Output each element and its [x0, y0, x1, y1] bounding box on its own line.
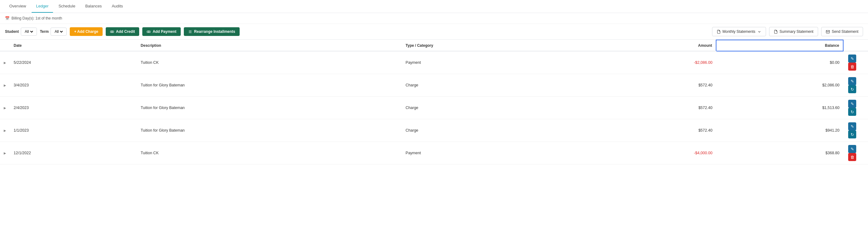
- delete-button[interactable]: 🗑: [848, 63, 856, 71]
- col-description: Description: [137, 40, 346, 51]
- revert-button[interactable]: ↻: [848, 108, 856, 116]
- monthly-statements-button[interactable]: Monthly Statements: [712, 27, 766, 36]
- row-date: 12/1/2022: [10, 142, 137, 164]
- edit-button[interactable]: ✎: [848, 100, 856, 108]
- col-expand: [0, 40, 10, 51]
- table-row: ▶2/4/2023Tuition for Glory BatemanCharge…: [0, 97, 868, 119]
- term-label: Term: [40, 29, 49, 34]
- row-amount: $572.40: [583, 119, 716, 142]
- edit-button[interactable]: ✎: [848, 55, 856, 63]
- term-select[interactable]: All: [51, 28, 67, 36]
- add-payment-button[interactable]: Add Payment: [142, 27, 181, 36]
- edit-button[interactable]: ✎: [848, 77, 856, 85]
- row-actions: ✎↻: [843, 119, 868, 142]
- row-type: Charge: [402, 74, 582, 97]
- expand-arrow[interactable]: ▶: [4, 129, 6, 132]
- row-date: 2/4/2023: [10, 97, 137, 119]
- row-actions: ✎↻: [843, 74, 868, 97]
- student-select-input[interactable]: All: [24, 29, 34, 34]
- col-balance: Balance: [716, 40, 843, 51]
- row-balance: $0.00: [716, 51, 843, 74]
- row-balance: $1,513.60: [716, 97, 843, 119]
- expand-cell[interactable]: ▶: [0, 74, 10, 97]
- student-filter-group: Student All: [5, 28, 37, 36]
- edit-button[interactable]: ✎: [848, 145, 856, 153]
- summary-doc-icon: [774, 30, 778, 34]
- table-row: ▶12/1/2022Tuition CKPayment-$4,000.00$36…: [0, 142, 868, 164]
- billing-day-text: Billing Day(s): 1st of the month: [11, 16, 62, 21]
- tab-audits[interactable]: Audits: [107, 0, 127, 13]
- expand-cell[interactable]: ▶: [0, 142, 10, 164]
- add-payment-label: Add Payment: [153, 29, 176, 34]
- table-row: ▶3/4/2023Tuition for Glory BatemanCharge…: [0, 74, 868, 97]
- billing-info: 📅 Billing Day(s): 1st of the month: [0, 13, 868, 24]
- row-description: Tuition for Glory Bateman: [137, 97, 402, 119]
- table-row: ▶5/22/2024Tuition CKPayment-$2,086.00$0.…: [0, 51, 868, 74]
- row-amount: -$4,000.00: [583, 142, 716, 164]
- row-description: Tuition for Glory Bateman: [137, 74, 402, 97]
- add-credit-label: Add Credit: [116, 29, 135, 34]
- tab-overview[interactable]: Overview: [5, 0, 30, 13]
- row-date: 3/4/2023: [10, 74, 137, 97]
- col-date: Date: [10, 40, 137, 51]
- row-description: Tuition CK: [137, 142, 402, 164]
- tab-bar: Overview Ledger Schedule Balances Audits: [0, 0, 868, 13]
- add-charge-button[interactable]: + Add Charge: [70, 27, 103, 36]
- summary-statement-label: Summary Statement: [780, 29, 813, 34]
- row-type: Payment: [402, 142, 582, 164]
- svg-point-0: [111, 31, 113, 32]
- col-type: Type / Category: [402, 40, 582, 51]
- toolbar: Student All Term All + Add Charge Add Cr…: [0, 24, 868, 40]
- expand-arrow[interactable]: ▶: [4, 151, 6, 155]
- send-statement-button[interactable]: Send Statement: [821, 27, 863, 36]
- delete-button[interactable]: 🗑: [848, 153, 856, 161]
- add-payment-icon: [147, 30, 151, 34]
- expand-arrow[interactable]: ▶: [4, 83, 6, 87]
- row-actions: ✎🗑: [843, 51, 868, 74]
- svg-point-2: [148, 31, 149, 32]
- row-type: Charge: [402, 97, 582, 119]
- row-amount: $572.40: [583, 97, 716, 119]
- row-type: Payment: [402, 51, 582, 74]
- row-balance: $368.80: [716, 142, 843, 164]
- row-description: Tuition CK: [137, 51, 402, 74]
- row-description: Tuition for Glory Bateman: [137, 119, 402, 142]
- student-label: Student: [5, 29, 19, 34]
- col-spacer: [346, 40, 402, 51]
- col-amount: Amount: [583, 40, 716, 51]
- row-actions: ✎🗑: [843, 142, 868, 164]
- add-credit-button[interactable]: Add Credit: [106, 27, 139, 36]
- monthly-statements-label: Monthly Statements: [723, 29, 755, 34]
- expand-arrow[interactable]: ▶: [4, 61, 6, 64]
- mail-icon: [826, 30, 830, 34]
- document-icon: [717, 30, 721, 34]
- row-balance: $2,086.00: [716, 74, 843, 97]
- expand-cell[interactable]: ▶: [0, 119, 10, 142]
- student-select[interactable]: All: [21, 28, 37, 36]
- calendar-icon: 📅: [5, 16, 10, 21]
- term-select-input[interactable]: All: [53, 29, 64, 34]
- tab-balances[interactable]: Balances: [81, 0, 106, 13]
- row-amount: -$2,086.00: [583, 51, 716, 74]
- rearrange-installments-button[interactable]: Rearrange Installments: [184, 27, 240, 36]
- row-balance: $941.20: [716, 119, 843, 142]
- row-date: 1/1/2023: [10, 119, 137, 142]
- term-filter-group: Term All: [40, 28, 67, 36]
- rearrange-label: Rearrange Installments: [194, 29, 235, 34]
- expand-cell[interactable]: ▶: [0, 97, 10, 119]
- edit-button[interactable]: ✎: [848, 122, 856, 130]
- tab-schedule[interactable]: Schedule: [54, 0, 80, 13]
- revert-button[interactable]: ↻: [848, 85, 856, 93]
- ledger-table-container: Date Description Type / Category Amount …: [0, 40, 868, 164]
- table-row: ▶1/1/2023Tuition for Glory BatemanCharge…: [0, 119, 868, 142]
- summary-statement-button[interactable]: Summary Statement: [769, 27, 818, 36]
- revert-button[interactable]: ↻: [848, 130, 856, 138]
- row-type: Charge: [402, 119, 582, 142]
- expand-cell[interactable]: ▶: [0, 51, 10, 74]
- col-actions: [843, 40, 868, 51]
- row-date: 5/22/2024: [10, 51, 137, 74]
- expand-arrow[interactable]: ▶: [4, 106, 6, 110]
- tab-ledger[interactable]: Ledger: [32, 0, 53, 13]
- send-statement-label: Send Statement: [832, 29, 858, 34]
- chevron-down-icon: [757, 30, 762, 34]
